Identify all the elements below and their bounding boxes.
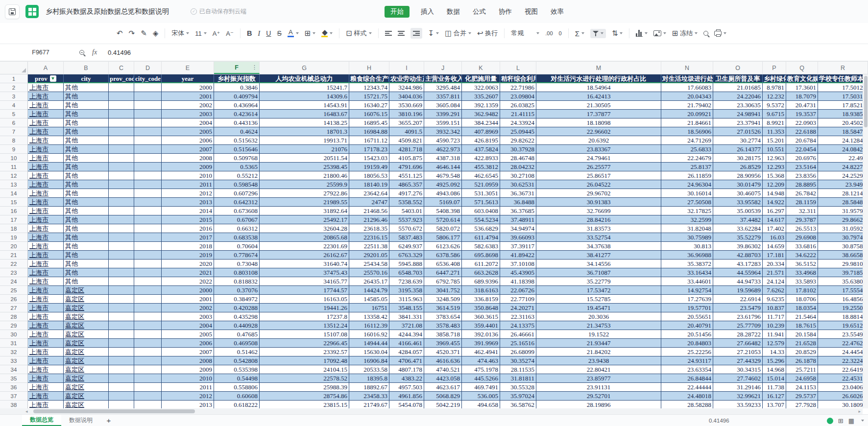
row-number-28[interactable]: 28 — [0, 312, 28, 321]
cell-L38[interactable]: 36.58762 — [500, 401, 536, 408]
cell-P2[interactable]: 8.9781 — [763, 83, 786, 92]
cell-M25[interactable]: 17.53472 — [536, 286, 661, 295]
cell-P22[interactable]: 20.334 — [763, 260, 786, 268]
cell-O10[interactable]: 30.28175 — [713, 154, 763, 163]
cell-P7[interactable]: 11.353 — [763, 127, 786, 136]
cell-H7[interactable]: 16984.88 — [349, 127, 389, 136]
cell-H33[interactable]: 16906.84 — [349, 356, 389, 365]
cell-A8[interactable]: 上海市 — [28, 136, 64, 145]
row-number-34[interactable]: 34 — [0, 365, 28, 374]
column-letter-B[interactable]: B — [64, 62, 109, 74]
cell-D23[interactable] — [134, 268, 162, 277]
cell-L22[interactable]: 37.10108 — [500, 260, 536, 268]
cell-A6[interactable]: 上海市 — [28, 118, 64, 127]
cell-A4[interactable]: 上海市 — [28, 101, 64, 110]
header-cell-P[interactable]: 乡村绿化率 — [763, 74, 786, 83]
cell-E32[interactable]: 2007 — [162, 348, 214, 356]
cell-N30[interactable]: 20.51456 — [661, 330, 713, 339]
cell-Q5[interactable]: 19.3537 — [786, 110, 818, 118]
cell-Q6[interactable]: 22.0903 — [786, 118, 818, 127]
cell-N20[interactable]: 30.813 — [661, 242, 713, 251]
cell-E7[interactable]: 2005 — [162, 127, 214, 136]
row-number-19[interactable]: 19 — [0, 233, 28, 242]
cell-F13[interactable]: 0.598548 — [214, 180, 260, 189]
cell-Q25[interactable]: 17.8102 — [786, 286, 818, 295]
cell-L20[interactable]: 37.39117 — [500, 242, 536, 251]
cell-G24[interactable]: 34165.77 — [260, 277, 349, 286]
cell-B33[interactable]: 嘉定区 — [64, 356, 109, 365]
cell-R19[interactable]: 30.79749 — [818, 233, 868, 242]
cell-G29[interactable]: 13512.24 — [260, 321, 349, 330]
cell-F11[interactable]: 0.5365 — [214, 163, 260, 171]
cell-E11[interactable]: 2009 — [162, 163, 214, 171]
cell-K7[interactable]: 407.8969 — [462, 127, 500, 136]
cell-D17[interactable] — [134, 215, 162, 224]
cell-K38[interactable]: 494.658 — [462, 401, 500, 408]
cell-L16[interactable]: 36.37685 — [500, 207, 536, 215]
cell-D29[interactable] — [134, 321, 162, 330]
cell-L35[interactable]: 31.81811 — [500, 374, 536, 383]
cell-G2[interactable]: 15241.7 — [260, 83, 349, 92]
row-number-4[interactable]: 4 — [0, 101, 28, 110]
cell-N15[interactable]: 27.50508 — [661, 198, 713, 207]
cell-K26[interactable]: 336.8159 — [462, 295, 500, 304]
cell-C9[interactable] — [109, 145, 134, 154]
row-number-6[interactable]: 6 — [0, 118, 28, 127]
cell-N3[interactable]: 20.04343 — [661, 92, 713, 101]
cell-F35[interactable]: 0.54498 — [214, 374, 260, 383]
column-letter-C[interactable]: C — [109, 62, 134, 74]
cell-I7[interactable]: 4091.5 — [389, 127, 424, 136]
cell-L27[interactable]: 24.20271 — [500, 304, 536, 312]
cell-I26[interactable]: 3115.963 — [389, 295, 424, 304]
cell-B32[interactable]: 嘉定区 — [64, 348, 109, 356]
cell-H17[interactable]: 21296.46 — [349, 215, 389, 224]
wrap-text-button[interactable]: ↩ 换行 — [477, 29, 498, 38]
cell-J28[interactable]: 3783.654 — [424, 312, 462, 321]
cell-J24[interactable]: 6792.785 — [424, 277, 462, 286]
menu-tab-插入[interactable]: 插入 — [421, 7, 434, 16]
cell-R17[interactable]: 29.86628 — [818, 215, 868, 224]
increase-decimal-button[interactable]: .00 — [545, 30, 553, 36]
cell-D34[interactable] — [134, 365, 162, 374]
cell-O6[interactable]: 23.37941 — [713, 118, 763, 127]
cell-B34[interactable]: 嘉定区 — [64, 365, 109, 374]
cell-H27[interactable]: 16751 — [349, 304, 389, 312]
cell-F24[interactable]: 0.818832 — [214, 277, 260, 286]
cell-E35[interactable]: 2010 — [162, 374, 214, 383]
cell-K35[interactable]: 445.5266 — [462, 374, 500, 383]
cell-F31[interactable]: 0.469508 — [214, 339, 260, 348]
cell-O3[interactable]: 24.22046 — [713, 92, 763, 101]
cell-A11[interactable]: 上海市 — [28, 163, 64, 171]
cell-E19[interactable]: 2017 — [162, 233, 214, 242]
cell-A18[interactable]: 上海市 — [28, 224, 64, 233]
cell-P23[interactable]: 21.571 — [763, 268, 786, 277]
cell-C35[interactable] — [109, 374, 134, 383]
header-cell-F[interactable]: 乡村振兴指数 — [214, 74, 260, 83]
cell-R31[interactable]: 22.47629 — [818, 339, 868, 348]
cell-Q33[interactable]: 26.1878 — [786, 356, 818, 365]
cell-O38[interactable]: 33.59233 — [713, 401, 763, 408]
cell-A26[interactable]: 上海市 — [28, 295, 64, 304]
cell-P17[interactable]: 14.617 — [763, 215, 786, 224]
row-number-18[interactable]: 18 — [0, 224, 28, 233]
cell-P25[interactable]: 7.6262 — [763, 286, 786, 295]
cell-P33[interactable]: 15.296 — [763, 356, 786, 365]
cell-H15[interactable]: 24747 — [349, 198, 389, 207]
cell-C15[interactable] — [109, 198, 134, 207]
cell-N33[interactable]: 24.93117 — [661, 356, 713, 365]
cell-M16[interactable]: 32.76699 — [536, 207, 661, 215]
header-cell-O[interactable]: 卫生厕所普及率 — [713, 74, 763, 83]
cell-K36[interactable]: 469.7491 — [462, 383, 500, 392]
cell-K10[interactable]: 422.8933 — [462, 154, 500, 163]
cell-B9[interactable]: 其他 — [64, 145, 109, 154]
cell-C3[interactable] — [109, 92, 134, 101]
header-cell-B[interactable]: city — [64, 74, 109, 83]
cell-K29[interactable]: 359.4401 — [462, 321, 500, 330]
cell-I17[interactable]: 5537.923 — [389, 215, 424, 224]
cell-E21[interactable]: 2019 — [162, 251, 214, 260]
cell-Q35[interactable]: 24.6958 — [786, 374, 818, 383]
cell-I15[interactable]: 5358.552 — [389, 198, 424, 207]
header-cell-R[interactable]: 学校专任教师本科率 — [818, 74, 868, 83]
cell-N4[interactable]: 21.79402 — [661, 101, 713, 110]
cell-I4[interactable]: 3530.669 — [389, 101, 424, 110]
